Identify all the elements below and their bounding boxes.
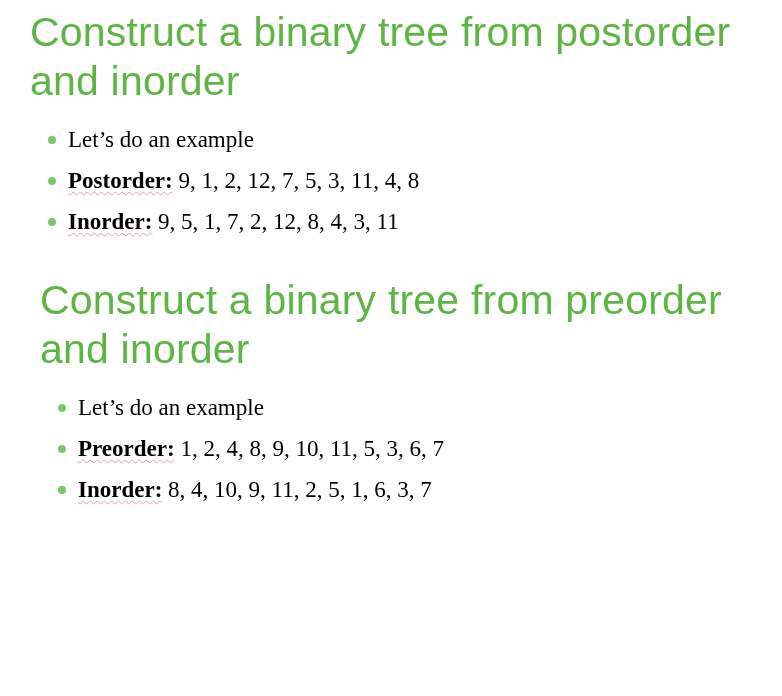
bullet-list: Let’s do an example Preorder: 1, 2, 4, 8… [40, 392, 752, 505]
item-label: Inorder: [68, 209, 152, 234]
list-item: Preorder: 1, 2, 4, 8, 9, 10, 11, 5, 3, 6… [58, 433, 752, 464]
item-text: 1, 2, 4, 8, 9, 10, 11, 5, 3, 6, 7 [175, 436, 444, 461]
item-label: Inorder: [78, 477, 162, 502]
item-label: Preorder: [78, 436, 175, 461]
list-item: Inorder: 8, 4, 10, 9, 11, 2, 5, 1, 6, 3,… [58, 474, 752, 505]
list-item: Inorder: 9, 5, 1, 7, 2, 12, 8, 4, 3, 11 [48, 206, 752, 237]
item-text: Let’s do an example [68, 127, 254, 152]
item-text: 9, 1, 2, 12, 7, 5, 3, 11, 4, 8 [173, 168, 419, 193]
list-item: Let’s do an example [58, 392, 752, 423]
list-item: Let’s do an example [48, 124, 752, 155]
section-title: Construct a binary tree from preorder an… [40, 276, 752, 374]
item-text: 8, 4, 10, 9, 11, 2, 5, 1, 6, 3, 7 [162, 477, 431, 502]
item-text: 9, 5, 1, 7, 2, 12, 8, 4, 3, 11 [152, 209, 398, 234]
list-item: Postorder: 9, 1, 2, 12, 7, 5, 3, 11, 4, … [48, 165, 752, 196]
bullet-list: Let’s do an example Postorder: 9, 1, 2, … [30, 124, 752, 237]
item-label: Postorder: [68, 168, 173, 193]
section-preorder-inorder: Construct a binary tree from preorder an… [0, 268, 782, 536]
section-title: Construct a binary tree from postorder a… [30, 8, 752, 106]
section-postorder-inorder: Construct a binary tree from postorder a… [0, 0, 782, 268]
item-text: Let’s do an example [78, 395, 264, 420]
